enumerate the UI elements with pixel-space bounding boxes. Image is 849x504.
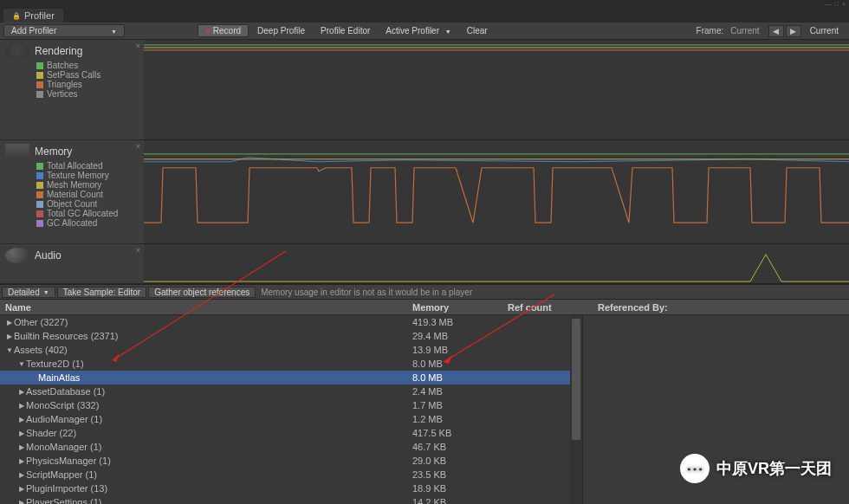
prev-frame-button[interactable]: ◀ <box>768 25 784 37</box>
tree-memory: 8.0 MB <box>407 372 502 383</box>
module-rendering[interactable]: × Rendering BatchesSetPass CallsTriangle… <box>0 40 144 140</box>
close-module-icon[interactable]: × <box>136 42 140 50</box>
tree-memory: 1.2 MB <box>407 414 502 424</box>
legend-item[interactable]: Mesh Memory <box>36 180 139 190</box>
lock-icon: 🔒 <box>12 12 21 20</box>
chart-rendering[interactable] <box>144 40 849 140</box>
expand-icon[interactable]: ▶ <box>17 430 26 437</box>
gather-references-button[interactable]: Gather object references <box>148 287 256 298</box>
tree-row[interactable]: ▼Assets (402)13.9 MB <box>0 343 582 357</box>
legend-item[interactable]: Object Count <box>36 199 139 209</box>
tree-row[interactable]: ▶AssetDatabase (1)2.4 MB <box>0 384 582 398</box>
record-button[interactable]: ● Record <box>198 24 249 37</box>
frame-value: Current <box>730 26 759 36</box>
tree-row[interactable]: ▶PhysicsManager (1)29.0 KB <box>0 454 582 468</box>
expand-icon[interactable]: ▶ <box>5 333 14 340</box>
take-sample-button[interactable]: Take Sample: Editor <box>57 287 147 298</box>
legend-label: Mesh Memory <box>47 180 101 190</box>
wechat-icon: ⋯ <box>680 454 710 483</box>
close-icon[interactable]: × <box>842 1 846 7</box>
tree-row[interactable]: ▶ScriptMapper (1)23.5 KB <box>0 468 582 481</box>
tree-memory: 23.5 KB <box>407 469 502 480</box>
tree-row[interactable]: ▶Builtin Resources (2371)29.4 MB <box>0 329 582 343</box>
tree-label: AssetDatabase (1) <box>26 386 105 397</box>
module-audio[interactable]: × Audio <box>0 244 144 284</box>
active-profiler-dropdown[interactable]: Active Profiler ▼ <box>379 25 457 36</box>
close-module-icon[interactable]: × <box>136 142 140 151</box>
detail-mode-dropdown[interactable]: Detailed ▼ <box>2 287 55 298</box>
expand-icon[interactable]: ▶ <box>17 443 26 451</box>
legend-label: SetPass Calls <box>47 70 100 80</box>
legend-item[interactable]: Total GC Allocated <box>36 209 139 218</box>
memory-tree[interactable]: ▶Other (3227)419.3 MB▶Builtin Resources … <box>0 315 582 504</box>
minimize-icon[interactable]: — <box>826 1 832 7</box>
tree-row[interactable]: ▶PlayerSettings (1)14.2 KB <box>0 495 582 504</box>
current-frame-button[interactable]: Current <box>803 25 846 36</box>
tree-label: Texture2D (1) <box>26 359 84 369</box>
legend-item[interactable]: GC Allocated <box>36 218 139 228</box>
tree-row[interactable]: ▶AudioManager (1)1.2 MB <box>0 412 582 426</box>
legend-swatch <box>36 191 43 198</box>
legend-item[interactable]: Material Count <box>36 190 139 199</box>
clear-button[interactable]: Clear <box>460 25 495 36</box>
audio-icon <box>5 248 29 263</box>
tree-label: PhysicsManager (1) <box>26 456 111 466</box>
col-refcount[interactable]: Ref count <box>502 300 582 314</box>
tree-memory: 14.2 KB <box>407 497 502 504</box>
tree-row[interactable]: ▶MonoManager (1)46.7 KB <box>0 440 582 454</box>
tree-memory: 13.9 MB <box>407 345 502 355</box>
tree-row[interactable]: ▼Texture2D (1)8.0 MB <box>0 357 582 371</box>
profile-editor-button[interactable]: Profile Editor <box>314 25 377 36</box>
expand-icon[interactable]: ▶ <box>17 471 26 479</box>
legend-item[interactable]: Total Allocated <box>36 161 139 171</box>
add-profiler-dropdown[interactable]: Add Profiler ▼ <box>3 24 125 37</box>
deep-profile-button[interactable]: Deep Profile <box>250 25 312 36</box>
watermark: ⋯ 中原VR第一天团 <box>680 454 832 483</box>
tree-row[interactable]: MainAtlas8.0 MB <box>0 371 582 384</box>
tree-label: Builtin Resources (2371) <box>14 331 118 341</box>
frame-label: Frame: <box>697 26 724 36</box>
scrollbar-thumb[interactable] <box>572 319 580 440</box>
next-frame-button[interactable]: ▶ <box>786 25 801 37</box>
legend-swatch <box>36 62 43 69</box>
tree-memory: 18.9 KB <box>407 483 502 494</box>
expand-icon[interactable]: ▶ <box>17 388 26 396</box>
maximize-icon[interactable]: □ <box>835 1 839 7</box>
legend-item[interactable]: Triangles <box>36 80 139 89</box>
legend-label: Texture Memory <box>47 171 109 180</box>
expand-icon[interactable]: ▶ <box>17 457 26 465</box>
chart-audio[interactable] <box>144 244 849 284</box>
module-title: Rendering <box>35 45 82 57</box>
tab-profiler[interactable]: 🔒 Profiler <box>3 9 63 23</box>
legend-item[interactable]: Vertices <box>36 89 139 99</box>
tree-memory: 2.4 MB <box>407 386 502 397</box>
expand-icon[interactable]: ▶ <box>17 499 26 505</box>
expand-icon[interactable]: ▶ <box>17 485 26 493</box>
scrollbar[interactable] <box>570 315 582 504</box>
legend-item[interactable]: Texture Memory <box>36 171 139 180</box>
legend-item[interactable]: SetPass Calls <box>36 70 139 80</box>
tree-row[interactable]: ▶Shader (22)417.5 KB <box>0 426 582 440</box>
tree-row[interactable]: ▶PluginImporter (13)18.9 KB <box>0 481 582 495</box>
legend-swatch <box>36 201 43 208</box>
detail-toolbar: Detailed ▼ Take Sample: Editor Gather ob… <box>0 284 849 300</box>
expand-icon[interactable]: ▶ <box>17 402 26 410</box>
collapse-icon[interactable]: ▼ <box>17 360 26 368</box>
tree-row[interactable]: ▶MonoScript (332)1.7 MB <box>0 398 582 412</box>
legend-item[interactable]: Batches <box>36 61 139 70</box>
collapse-icon[interactable]: ▼ <box>5 346 14 354</box>
window-titlebar: — □ × <box>0 0 849 7</box>
close-module-icon[interactable]: × <box>136 246 140 255</box>
tree-label: ScriptMapper (1) <box>26 469 97 480</box>
col-memory[interactable]: Memory <box>407 300 502 314</box>
chart-memory[interactable] <box>144 140 849 244</box>
tab-label: Profiler <box>24 10 55 21</box>
expand-icon[interactable]: ▶ <box>17 416 26 423</box>
expand-icon[interactable]: ▶ <box>5 319 14 326</box>
module-memory[interactable]: × Memory Total AllocatedTexture MemoryMe… <box>0 140 144 244</box>
col-name[interactable]: Name <box>0 300 407 314</box>
profiler-toolbar: Add Profiler ▼ ● Record Deep Profile Pro… <box>0 23 849 40</box>
detail-note: Memory usage in editor is not as it woul… <box>261 288 472 297</box>
columns-header: Name Memory Ref count Referenced By: <box>0 300 849 315</box>
tree-row[interactable]: ▶Other (3227)419.3 MB <box>0 315 582 329</box>
